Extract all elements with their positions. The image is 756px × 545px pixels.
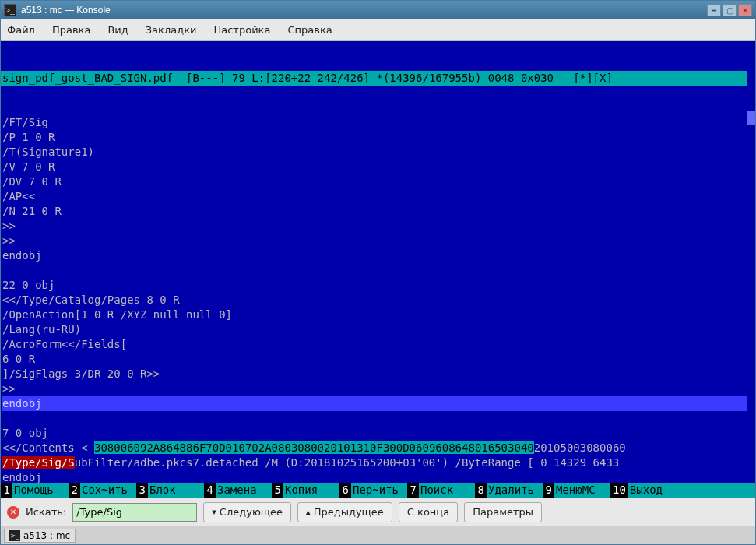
window-controls: ━ ▢ ✕ — [707, 4, 752, 16]
line: /P 1 0 R — [2, 131, 55, 143]
line: >> — [2, 220, 16, 232]
close-search-icon[interactable]: ✕ — [7, 506, 19, 519]
line: ]/SigFlags 3/DR 20 0 R>> — [2, 367, 160, 380]
line: /DV 7 0 R — [2, 175, 62, 188]
hex-highlight: 308006092A864886F70D010702A0803080020101… — [94, 441, 534, 454]
menu-edit[interactable]: Правка — [52, 24, 90, 36]
fnkey-7[interactable]: 7Поиск — [407, 483, 475, 498]
taskbar-tab-label: a513 : mc — [23, 530, 70, 541]
line: /AcroForm<</Fields[ — [2, 338, 127, 350]
line: /T(Signature1) — [2, 146, 94, 158]
fnkey-5[interactable]: 5Копия — [272, 483, 339, 498]
arrow-up-icon: ▴ — [306, 507, 311, 517]
taskbar-tab[interactable]: >_ a513 : mc — [4, 529, 76, 543]
minimize-button[interactable]: ━ — [707, 4, 721, 16]
editor-viewport[interactable]: sign_pdf_gost_BAD_SIGN.pdf [B---] 79 L:[… — [1, 41, 755, 498]
line: 20105003080060 — [534, 441, 626, 454]
terminal-icon: >_ — [9, 530, 20, 541]
menu-file[interactable]: Файл — [7, 24, 35, 36]
line: /Lang(ru-RU) — [2, 323, 81, 336]
editor-text[interactable]: /FT/Sig /P 1 0 R /T(Signature1) /V 7 0 R… — [1, 115, 755, 498]
fnkey-4[interactable]: 4Замена — [204, 483, 272, 498]
window: >_ a513 : mc — Konsole ━ ▢ ✕ Файл Правка… — [0, 0, 756, 545]
scrollbar-thumb[interactable] — [747, 111, 755, 125]
search-input[interactable] — [76, 506, 209, 518]
line: /V 7 0 R — [2, 160, 55, 173]
menu-view[interactable]: Вид — [107, 24, 128, 36]
line: /AP<< — [2, 190, 35, 202]
line: 22 0 obj — [2, 279, 55, 291]
line: <</Type/Catalog/Pages 8 0 R — [2, 294, 180, 306]
search-label: Искать: — [26, 506, 66, 518]
search-next-button[interactable]: ▾Следующее — [203, 502, 291, 522]
line: /OpenAction[1 0 R /XYZ null null 0] — [2, 308, 232, 321]
window-title: a513 : mc — Konsole — [21, 5, 707, 16]
editor-statusline: sign_pdf_gost_BAD_SIGN.pdf [B---] 79 L:[… — [1, 71, 755, 86]
taskbar: >_ a513 : mc — [1, 526, 755, 544]
fnkey-1[interactable]: 1Помощь — [1, 483, 69, 498]
fnkey-9[interactable]: 9МенюMC — [543, 483, 610, 498]
fnkey-3[interactable]: 3Блок — [136, 483, 204, 498]
line: >> — [2, 234, 16, 247]
app-icon: >_ — [4, 4, 16, 16]
menu-settings[interactable]: Настройка — [213, 24, 270, 36]
fnkey-8[interactable]: 8Удалить — [475, 483, 543, 498]
scrollbar[interactable] — [747, 56, 755, 483]
fnkey-6[interactable]: 6Пер~ить — [339, 483, 407, 498]
line: >> — [2, 382, 16, 395]
line: endobj — [2, 249, 42, 262]
line: 6 0 R — [2, 353, 35, 365]
search-input-wrap[interactable]: ⌫ — [72, 503, 197, 522]
line: endobj — [2, 471, 42, 483]
status-info: [B---] 79 L:[220+22 242/426] *(14396/167… — [173, 72, 613, 84]
search-match: /Type/Sig/S — [2, 456, 75, 469]
maximize-button[interactable]: ▢ — [723, 4, 737, 16]
line-highlighted: endobj — [2, 396, 754, 411]
line: ubFilter/adbe.pkcs7.detached /M (D:20181… — [75, 456, 620, 469]
menu-help[interactable]: Справка — [287, 24, 332, 36]
titlebar[interactable]: >_ a513 : mc — Konsole ━ ▢ ✕ — [1, 1, 755, 19]
line: /FT/Sig — [2, 116, 48, 128]
fnkey-bar: 1Помощь 2Сох~ить 3Блок 4Замена 5Копия 6П… — [1, 483, 755, 498]
line: <</Contents < — [2, 441, 94, 454]
fnkey-2[interactable]: 2Сох~ить — [69, 483, 136, 498]
line: /N 21 0 R — [2, 205, 62, 217]
menubar: Файл Правка Вид Закладки Настройка Справ… — [1, 19, 755, 41]
menu-bookmarks[interactable]: Закладки — [146, 24, 197, 36]
line: 7 0 obj — [2, 427, 48, 439]
search-params-button[interactable]: Параметры — [464, 502, 542, 522]
arrow-down-icon: ▾ — [212, 507, 216, 517]
search-prev-button[interactable]: ▴Предыдущее — [297, 502, 392, 522]
fnkey-10[interactable]: 10Выход — [610, 483, 684, 498]
close-button[interactable]: ✕ — [738, 4, 752, 16]
search-fromend-button[interactable]: С конца — [399, 502, 458, 522]
search-bar: ✕ Искать: ⌫ ▾Следующее ▴Предыдущее С кон… — [1, 498, 755, 526]
status-filename: sign_pdf_gost_BAD_SIGN.pdf — [2, 72, 173, 84]
